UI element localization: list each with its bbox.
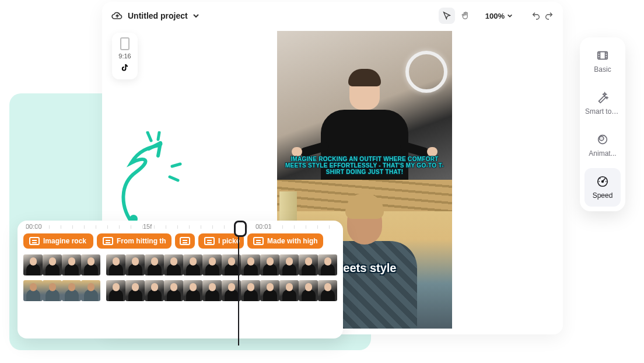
topbar: Untitled project 100%	[102, 2, 563, 30]
tiktok-icon	[120, 63, 130, 75]
tool-smart[interactable]: Smart tools	[584, 84, 621, 123]
caption-clip-label: From hitting th	[117, 237, 166, 245]
caption-clip[interactable]	[175, 233, 195, 249]
clip-thumb[interactable]	[23, 280, 43, 301]
caption-clip[interactable]: Imagine rock	[23, 233, 93, 249]
undo-button[interactable]	[531, 11, 541, 20]
svg-point-6	[606, 57, 607, 58]
clip-thumb[interactable]	[299, 280, 318, 301]
clip-thumb[interactable]	[106, 254, 125, 275]
preview-top-clip: IMAGINE ROCKING AN OUTFIT WHERE COMFORT …	[277, 31, 452, 180]
chevron-down-icon	[192, 12, 200, 19]
tool-smart-label: Smart tools	[585, 107, 620, 116]
clip-thumb[interactable]	[299, 254, 318, 275]
clip-thumb[interactable]	[202, 254, 222, 275]
video-track-2[interactable]	[18, 278, 343, 303]
tool-speed-label: Speed	[593, 191, 613, 200]
clip-thumb[interactable]	[279, 254, 299, 275]
clip-thumb[interactable]	[62, 280, 81, 301]
svg-point-4	[606, 53, 607, 54]
clip-thumb[interactable]	[106, 280, 125, 301]
caption-icon	[29, 237, 40, 245]
clip-thumb[interactable]	[183, 254, 202, 275]
cloud-icon	[111, 10, 123, 22]
clip-thumb[interactable]	[62, 254, 81, 275]
caption-icon	[180, 237, 190, 245]
clip-thumb[interactable]	[241, 280, 260, 301]
aspect-label: 9:16	[118, 53, 131, 60]
clip-thumb[interactable]	[43, 280, 62, 301]
clip-thumb[interactable]	[81, 280, 100, 301]
caption-clips-row: Imagine rock From hitting th I picke Mad…	[18, 230, 343, 252]
cursor-tool-group	[439, 8, 474, 24]
clip-thumb[interactable]	[183, 280, 202, 301]
clip-thumb[interactable]	[241, 254, 260, 275]
clip-thumb[interactable]	[164, 280, 183, 301]
clip-thumb[interactable]	[318, 280, 337, 301]
tool-speed[interactable]: Speed	[584, 168, 621, 207]
caption-top-line2: MEETS STYLE EFFORTLESSLY - THAT'S MY GO-…	[277, 162, 452, 169]
svg-point-3	[598, 57, 599, 58]
clip-thumb[interactable]	[23, 254, 43, 275]
aspect-rect-icon	[120, 37, 130, 50]
svg-point-10	[602, 181, 604, 183]
project-title-area[interactable]: Untitled project	[111, 10, 432, 22]
timeline-panel: 00:00 15f 00:01 Imagine rock From hittin…	[18, 221, 343, 338]
hand-tool[interactable]	[457, 8, 474, 24]
svg-point-1	[598, 53, 599, 54]
pointer-tool[interactable]	[439, 8, 455, 24]
tool-panel: Basic Smart tools Animat... Speed	[580, 37, 625, 211]
clip-thumb[interactable]	[125, 254, 145, 275]
caption-icon	[103, 237, 113, 245]
ruler-ticks	[26, 225, 335, 229]
tool-animation[interactable]: Animat...	[584, 126, 621, 165]
clip-thumb[interactable]	[145, 280, 164, 301]
caption-icon	[204, 237, 215, 245]
caption-top-line1: IMAGINE ROCKING AN OUTFIT WHERE COMFORT	[277, 156, 452, 162]
aspect-ratio-badge[interactable]: 9:16	[112, 33, 138, 79]
caption-clip[interactable]: From hitting th	[97, 233, 172, 249]
svg-point-5	[606, 55, 607, 56]
clip-thumb[interactable]	[145, 254, 164, 275]
history-controls	[524, 11, 554, 20]
zoom-value: 100%	[485, 12, 505, 20]
clip-thumb[interactable]	[202, 280, 222, 301]
caption-icon	[253, 237, 264, 245]
clip-thumb[interactable]	[43, 254, 62, 275]
clip-thumb[interactable]	[164, 254, 183, 275]
playhead[interactable]	[238, 223, 239, 345]
video-track-1[interactable]	[18, 252, 343, 278]
caption-clip-label: Made with high	[267, 237, 318, 245]
clip-thumb[interactable]	[260, 280, 279, 301]
caption-clip-label: Imagine rock	[43, 237, 86, 245]
tool-animation-label: Animat...	[589, 149, 616, 158]
caption-top: IMAGINE ROCKING AN OUTFIT WHERE COMFORT …	[277, 156, 452, 175]
project-title: Untitled project	[128, 11, 188, 20]
caption-clip[interactable]: Made with high	[247, 233, 323, 249]
clip-thumb[interactable]	[279, 280, 299, 301]
clip-thumb[interactable]	[260, 254, 279, 275]
tool-basic-label: Basic	[594, 65, 611, 74]
timeline-ruler[interactable]: 00:00 15f 00:01	[18, 221, 343, 230]
svg-point-2	[598, 55, 599, 56]
tool-basic[interactable]: Basic	[584, 42, 621, 81]
clip-thumb[interactable]	[318, 254, 337, 275]
caption-clip-label: I picke	[218, 237, 240, 245]
redo-button[interactable]	[544, 11, 554, 20]
svg-point-8	[600, 137, 604, 141]
caption-top-line3: SHIRT DOING JUST THAT!	[277, 169, 452, 175]
zoom-dropdown[interactable]: 100%	[481, 12, 517, 20]
clip-thumb[interactable]	[125, 280, 145, 301]
clip-thumb[interactable]	[81, 254, 100, 275]
arrow-decoration	[108, 131, 184, 231]
